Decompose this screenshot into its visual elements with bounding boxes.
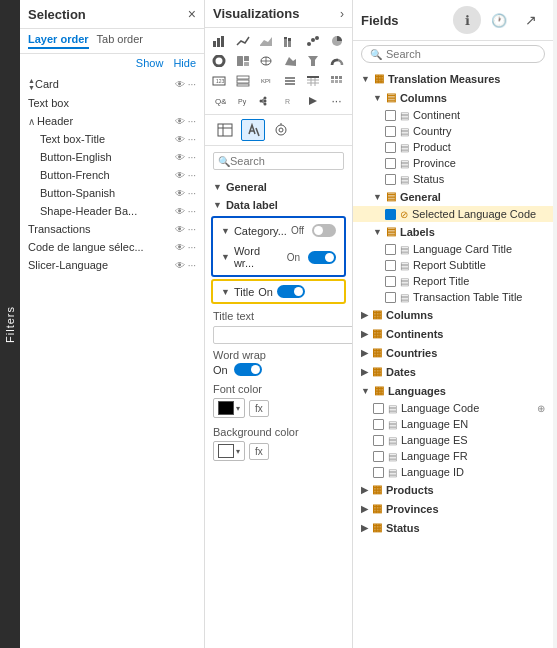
layer-shape-header[interactable]: Shape-Header Ba... 👁 ··· xyxy=(20,202,204,220)
labels-subgroup-header[interactable]: ▤ Labels xyxy=(353,222,553,241)
viz-icon-bar-chart[interactable] xyxy=(209,32,229,50)
language-es-checkbox[interactable] xyxy=(373,435,384,446)
report-title-checkbox[interactable] xyxy=(385,276,396,287)
field-transaction-table-title[interactable]: ▤ Transaction Table Title xyxy=(353,289,553,305)
report-subtitle-checkbox[interactable] xyxy=(385,260,396,271)
layer-code-de-langue[interactable]: Code de langue sélec... 👁 ··· xyxy=(20,238,204,256)
language-fr-checkbox[interactable] xyxy=(373,451,384,462)
word-wrap-toggle-switch[interactable] xyxy=(308,251,336,264)
visualizations-expand-icon[interactable]: › xyxy=(340,7,344,21)
field-language-card-title[interactable]: ▤ Language Card Title xyxy=(353,241,553,257)
general-subgroup-header[interactable]: ▤ General xyxy=(353,187,553,206)
clock-button[interactable]: 🕐 xyxy=(485,6,513,34)
field-language-fr[interactable]: ▤ Language FR xyxy=(353,448,553,464)
field-language-en[interactable]: ▤ Language EN xyxy=(353,416,553,432)
viz-icon-matrix[interactable] xyxy=(327,72,347,90)
layer-text-box-title[interactable]: Text box-Title 👁 ··· xyxy=(20,130,204,148)
dates-header[interactable]: ▦ Dates xyxy=(353,362,553,381)
layer-button-english[interactable]: Button-English 👁 ··· xyxy=(20,148,204,166)
field-province[interactable]: ▤ Province xyxy=(353,155,553,171)
transaction-table-title-checkbox[interactable] xyxy=(385,292,396,303)
category-toggle-switch[interactable] xyxy=(312,224,336,237)
word-wrap-section-toggle[interactable] xyxy=(234,363,262,376)
title-toggle-switch[interactable] xyxy=(277,285,305,298)
field-language-code[interactable]: ▤ Language Code ⊕ xyxy=(353,400,553,416)
bg-color-fx-button[interactable]: fx xyxy=(249,443,269,460)
viz-icon-treemap[interactable] xyxy=(233,52,253,70)
tab-tab-order[interactable]: Tab order xyxy=(97,33,143,49)
viz-icon-paginated[interactable]: R xyxy=(280,92,300,110)
columns-root-header[interactable]: ▦ Columns xyxy=(353,305,553,324)
show-button[interactable]: Show xyxy=(136,57,164,69)
tab-layer-order[interactable]: Layer order xyxy=(28,33,89,49)
viz-icon-kpi[interactable]: KPI xyxy=(256,72,276,90)
viz-icon-map[interactable] xyxy=(256,52,276,70)
viz-icon-slicer[interactable] xyxy=(280,72,300,90)
viz-analytics-button[interactable] xyxy=(269,119,293,141)
viz-format-button[interactable] xyxy=(241,119,265,141)
font-color-fx-button[interactable]: fx xyxy=(249,400,269,417)
status-checkbox[interactable] xyxy=(385,174,396,185)
field-product[interactable]: ▤ Product xyxy=(353,139,553,155)
province-checkbox[interactable] xyxy=(385,158,396,169)
layer-card[interactable]: ▲▼ Card 👁 ··· xyxy=(20,74,204,94)
language-en-checkbox[interactable] xyxy=(373,419,384,430)
font-color-swatch-button[interactable]: ▾ xyxy=(213,398,245,418)
viz-icon-line-chart[interactable] xyxy=(233,32,253,50)
language-code-checkbox[interactable] xyxy=(373,403,384,414)
layer-slicer-language[interactable]: Slicer-Language 👁 ··· xyxy=(20,256,204,274)
language-id-checkbox[interactable] xyxy=(373,467,384,478)
viz-fields-button[interactable] xyxy=(213,119,237,141)
provinces-header[interactable]: ▦ Provinces xyxy=(353,499,553,518)
viz-icon-area-chart[interactable] xyxy=(256,32,276,50)
field-report-title[interactable]: ▤ Report Title xyxy=(353,273,553,289)
bg-color-swatch-button[interactable]: ▾ xyxy=(213,441,245,461)
language-card-title-checkbox[interactable] xyxy=(385,244,396,255)
viz-data-label-section[interactable]: Data label xyxy=(205,196,352,214)
viz-icon-multi-row-card[interactable] xyxy=(233,72,253,90)
viz-icon-power-automate[interactable] xyxy=(303,92,323,110)
selected-language-code-checkbox[interactable] xyxy=(385,209,396,220)
viz-icon-qa[interactable]: Q&A xyxy=(209,92,229,110)
viz-search-input[interactable] xyxy=(230,155,339,167)
translation-measures-header[interactable]: ▦ Translation Measures xyxy=(353,69,553,88)
continent-checkbox[interactable] xyxy=(385,110,396,121)
viz-icon-scatter[interactable] xyxy=(303,32,323,50)
viz-icon-filled-map[interactable] xyxy=(280,52,300,70)
selection-close-button[interactable]: × xyxy=(188,6,196,22)
field-selected-language-code[interactable]: ⊘ Selected Language Code xyxy=(353,206,553,222)
status-table-header[interactable]: ▦ Status xyxy=(353,518,553,537)
field-country[interactable]: ▤ Country xyxy=(353,123,553,139)
viz-icon-donut[interactable] xyxy=(209,52,229,70)
layer-button-french[interactable]: Button-French 👁 ··· xyxy=(20,166,204,184)
languages-header[interactable]: ▦ Languages xyxy=(353,381,553,400)
field-status[interactable]: ▤ Status xyxy=(353,171,553,187)
hide-button[interactable]: Hide xyxy=(173,57,196,69)
viz-icon-decomp-tree[interactable] xyxy=(256,92,276,110)
layer-text-box[interactable]: Text box xyxy=(20,94,204,112)
viz-icon-smart-narrative[interactable]: Py xyxy=(233,92,253,110)
layer-button-spanish[interactable]: Button-Spanish 👁 ··· xyxy=(20,184,204,202)
field-language-id[interactable]: ▤ Language ID xyxy=(353,464,553,480)
info-button[interactable]: ℹ xyxy=(453,6,481,34)
fields-search-input[interactable] xyxy=(386,48,536,60)
field-language-es[interactable]: ▤ Language ES xyxy=(353,432,553,448)
field-report-subtitle[interactable]: ▤ Report Subtitle xyxy=(353,257,553,273)
viz-icon-card[interactable]: 123 xyxy=(209,72,229,90)
viz-icon-funnel[interactable] xyxy=(303,52,323,70)
filters-sidebar[interactable]: Filters xyxy=(0,0,20,648)
layer-transactions[interactable]: Transactions 👁 ··· xyxy=(20,220,204,238)
viz-icon-pie[interactable] xyxy=(327,32,347,50)
products-header[interactable]: ▦ Products xyxy=(353,480,553,499)
countries-header[interactable]: ▦ Countries xyxy=(353,343,553,362)
country-checkbox[interactable] xyxy=(385,126,396,137)
columns-subgroup-header[interactable]: ▤ Columns xyxy=(353,88,553,107)
viz-icon-stacked-bar[interactable] xyxy=(280,32,300,50)
title-text-input[interactable] xyxy=(213,326,352,344)
layer-header[interactable]: ∧ Header 👁 ··· xyxy=(20,112,204,130)
product-checkbox[interactable] xyxy=(385,142,396,153)
viz-general-section[interactable]: General xyxy=(205,178,352,196)
viz-icon-gauge[interactable] xyxy=(327,52,347,70)
viz-icon-more[interactable]: ··· xyxy=(327,92,347,110)
share-button[interactable]: ↗ xyxy=(517,6,545,34)
